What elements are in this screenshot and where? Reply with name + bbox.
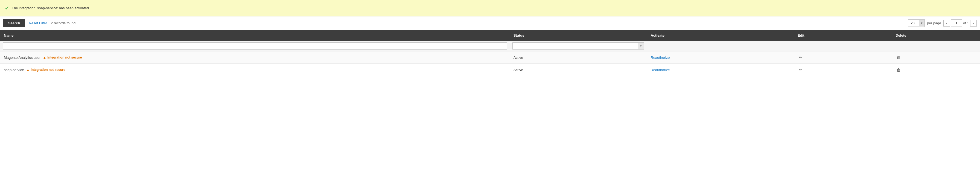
col-header-activate: Activate	[647, 30, 794, 41]
filter-delete-cell	[892, 41, 980, 51]
row2-status: Active	[514, 68, 523, 72]
row1-name-text: Magento Analytics user	[4, 56, 40, 60]
page-of: of 1	[963, 21, 969, 25]
success-icon: ✔	[5, 5, 9, 11]
prev-page-button[interactable]: ‹	[943, 20, 950, 27]
row1-delete-button[interactable]: 🗑	[896, 55, 902, 61]
integrations-table: Name Status Activate Edit Delete Active …	[0, 30, 980, 76]
next-page-button[interactable]: ›	[970, 20, 977, 27]
row2-warning-text: Integration not secure	[31, 68, 65, 72]
pagination-nav: ‹ of 1 ›	[943, 19, 977, 27]
row2-delete-cell: 🗑	[892, 64, 980, 76]
row1-status-cell: Active	[510, 51, 647, 64]
table-header-row: Name Status Activate Edit Delete	[0, 30, 980, 41]
table-row: soap-service ▲ Integration not secure Ac…	[0, 64, 980, 76]
search-button[interactable]: Search	[3, 19, 25, 27]
records-found: 2 records found	[51, 21, 75, 25]
col-header-name: Name	[0, 30, 510, 41]
per-page-wrapper[interactable]: 20 30 50 100 200 ▾	[908, 19, 925, 27]
filter-name-cell	[0, 41, 510, 51]
filter-status-wrapper[interactable]: Active Inactive ▾	[512, 42, 644, 49]
row2-edit-cell: ✏	[794, 64, 892, 76]
col-header-edit: Edit	[794, 30, 892, 41]
row1-name-cell: Magento Analytics user ▲ Integration not…	[0, 51, 510, 64]
row2-warning-icon: ▲	[26, 68, 30, 72]
row1-warning-text: Integration not secure	[47, 56, 82, 59]
row1-reauthorize-link[interactable]: Reauthorize	[651, 56, 670, 60]
row2-activate-cell: Reauthorize	[647, 64, 794, 76]
row1-activate-cell: Reauthorize	[647, 51, 794, 64]
row2-name-text: soap-service	[4, 68, 24, 72]
row2-delete-button[interactable]: 🗑	[896, 67, 902, 73]
row2-warning-group: ▲ Integration not secure	[26, 68, 65, 72]
row2-name-cell: soap-service ▲ Integration not secure	[0, 64, 510, 76]
page-number-input[interactable]	[951, 19, 962, 27]
row2-status-cell: Active	[510, 64, 647, 76]
row1-warning-group: ▲ Integration not secure	[43, 56, 82, 60]
per-page-label: per page	[927, 21, 941, 25]
filter-status-cell: Active Inactive ▾	[510, 41, 647, 51]
row1-status: Active	[514, 56, 523, 60]
table-row: Magento Analytics user ▲ Integration not…	[0, 51, 980, 64]
row2-edit-button[interactable]: ✏	[798, 67, 803, 73]
filter-row: Active Inactive ▾	[0, 41, 980, 51]
filter-name-input[interactable]	[3, 42, 507, 49]
row1-delete-cell: 🗑	[892, 51, 980, 64]
filter-status-select[interactable]: Active Inactive	[513, 43, 638, 49]
success-message: The integration 'soap-service' has been …	[12, 6, 90, 10]
row1-warning-icon: ▲	[43, 56, 46, 60]
col-header-status: Status	[510, 30, 647, 41]
row1-edit-cell: ✏	[794, 51, 892, 64]
per-page-dropdown-btn[interactable]: ▾	[919, 20, 924, 26]
success-banner: ✔ The integration 'soap-service' has bee…	[0, 0, 980, 16]
row1-edit-button[interactable]: ✏	[798, 54, 803, 61]
filter-status-dropdown-btn[interactable]: ▾	[638, 43, 644, 49]
toolbar: Search Reset Filter 2 records found 20 3…	[0, 16, 980, 30]
col-header-delete: Delete	[892, 30, 980, 41]
filter-activate-cell	[647, 41, 794, 51]
filter-edit-cell	[794, 41, 892, 51]
per-page-select[interactable]: 20 30 50 100 200	[908, 20, 919, 27]
toolbar-right: 20 30 50 100 200 ▾ per page ‹ of 1 ›	[908, 19, 977, 27]
reset-filter-link[interactable]: Reset Filter	[29, 21, 47, 25]
row2-reauthorize-link[interactable]: Reauthorize	[651, 68, 670, 72]
